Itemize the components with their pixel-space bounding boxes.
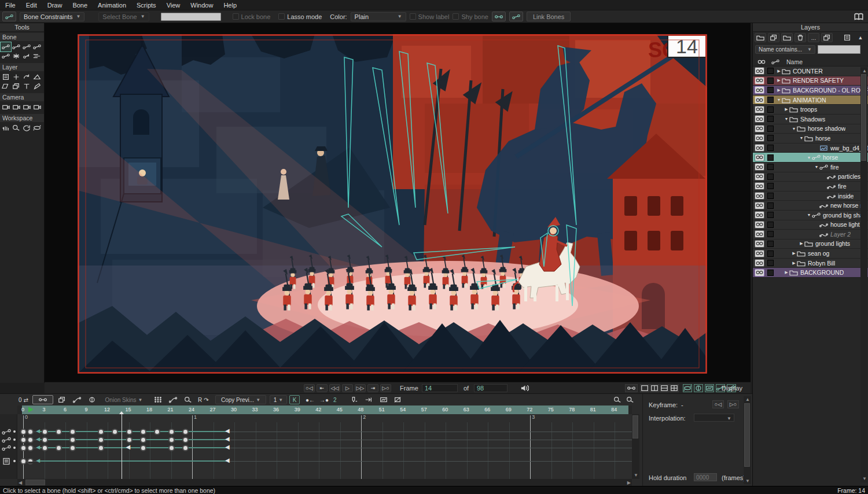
layer-row-troops[interactable]: ▶troops: [753, 105, 868, 115]
visibility-toggle[interactable]: [755, 221, 764, 228]
visibility-toggle[interactable]: [755, 211, 764, 219]
layer-row-inside[interactable]: inside: [753, 191, 868, 201]
keyframe-dot[interactable]: [69, 445, 76, 451]
playback-start-marker[interactable]: [28, 407, 34, 412]
visibility-toggle[interactable]: [755, 269, 764, 277]
key-tool-button[interactable]: [182, 395, 194, 404]
layer-checkbox[interactable]: [767, 260, 774, 266]
layer-checkbox[interactable]: [767, 126, 774, 132]
total-frames-input[interactable]: 98: [474, 384, 507, 392]
zoom-workspace-tool[interactable]: [11, 123, 21, 132]
keyframe-dot[interactable]: [27, 429, 34, 435]
link-bones-button[interactable]: Link Bones: [527, 12, 571, 21]
layer-checkbox[interactable]: [767, 231, 774, 237]
rotation-widget-toggle[interactable]: [694, 384, 703, 392]
keyframe-dot[interactable]: [98, 445, 104, 451]
add-layer-tool[interactable]: [11, 72, 21, 82]
expand-arrow[interactable]: ▶: [791, 251, 797, 256]
more-options-button[interactable]: ...: [808, 33, 819, 42]
layer-checkbox[interactable]: [767, 97, 774, 103]
span-end-arrow[interactable]: ◀: [225, 444, 230, 450]
keyframe-dot[interactable]: [42, 437, 48, 443]
layer-checkbox[interactable]: [767, 174, 774, 180]
expand-arrow[interactable]: ▶: [776, 69, 782, 73]
layer-checkbox[interactable]: [767, 87, 774, 93]
reset-frame-zero-button[interactable]: 0⇄: [16, 395, 31, 404]
timeline-motion-graph-tab[interactable]: [71, 395, 83, 404]
keyframe-dot[interactable]: [182, 437, 189, 443]
visibility-toggle[interactable]: [755, 115, 764, 123]
layer-row-fire[interactable]: ▼fire: [753, 163, 868, 172]
layer-row-animation[interactable]: ▼ANIMATION: [753, 95, 868, 105]
go-to-start-button[interactable]: ⇤: [317, 384, 328, 392]
layer-row-new-horse-sh[interactable]: new horse sh: [753, 201, 868, 211]
scroll-down-arrow[interactable]: ▼: [745, 478, 750, 484]
duplicate-layer-button[interactable]: [768, 33, 779, 42]
new-layer-button[interactable]: [755, 33, 766, 42]
display-dropdown-label[interactable]: Display: [722, 385, 742, 392]
layer-row-fire[interactable]: fire: [753, 182, 868, 191]
prev-keyframe-button[interactable]: ○◁: [304, 384, 315, 392]
bone-name-input[interactable]: [161, 13, 221, 21]
copy-previous-dropdown[interactable]: Copy Previ...▼: [215, 395, 266, 404]
manual-book-icon[interactable]: [852, 12, 866, 21]
layer-number-dropdown[interactable]: 1▼: [270, 395, 287, 404]
expand-arrow[interactable]: ▶: [784, 107, 789, 112]
hold-keyframe-dot[interactable]: [27, 458, 34, 464]
visibility-toggle[interactable]: [755, 173, 764, 180]
add-marker-button[interactable]: [347, 395, 360, 404]
pan-tilt-camera-tool[interactable]: [32, 102, 42, 112]
layer-checkbox[interactable]: [767, 193, 774, 199]
shear-layer-tool[interactable]: [32, 72, 42, 82]
keyframe-dot[interactable]: [20, 429, 27, 435]
keyframe-tracks[interactable]: 0123◀◀◀◀◀◀◀◀◀: [17, 414, 632, 479]
flip-layer-tool[interactable]: [1, 82, 11, 91]
expand-arrow[interactable]: ▼: [784, 117, 789, 121]
keyframe-dot[interactable]: [126, 437, 133, 443]
keyframe-dot[interactable]: [140, 445, 146, 451]
bind-layer-tool[interactable]: [1, 51, 11, 61]
shy-bone-checkbox[interactable]: Shy bone: [453, 13, 488, 20]
keyframe-dot[interactable]: [168, 445, 175, 451]
keyframe-dot[interactable]: [27, 445, 34, 451]
layer-row-ww-bg-d4-21-0[interactable]: ww_bg_d4_21_0: [753, 143, 868, 153]
span-end-arrow[interactable]: ◀: [225, 457, 230, 463]
visibility-toggle[interactable]: [755, 77, 764, 84]
layer-row-render-safety[interactable]: ▶RENDER SAFETY: [753, 76, 868, 86]
timeline-v-scrollbar[interactable]: ▼: [632, 414, 639, 479]
transform-bone-tool[interactable]: [11, 42, 21, 51]
pan-workspace-tool[interactable]: [1, 123, 11, 132]
layer-checkbox[interactable]: [767, 164, 774, 170]
layer-checkbox[interactable]: [767, 116, 774, 122]
roll-camera-tool[interactable]: [21, 102, 32, 112]
bone-strength-tool[interactable]: [11, 51, 21, 61]
keyframe-dot[interactable]: [69, 429, 76, 435]
menu-edit[interactable]: Edit: [21, 0, 42, 10]
visibility-toggle[interactable]: [755, 67, 764, 75]
active-tool-button[interactable]: [2, 12, 16, 21]
layer-row-house-light[interactable]: house light: [753, 220, 868, 230]
expand-arrow[interactable]: ▶: [776, 78, 782, 83]
frame-overlay-toggle[interactable]: [705, 384, 714, 392]
visibility-toggle[interactable]: [755, 192, 764, 200]
play-button[interactable]: ▷: [342, 384, 353, 392]
layer-comps-button[interactable]: [821, 33, 833, 42]
layer-checkbox[interactable]: [767, 250, 774, 257]
keyframe-dot[interactable]: [56, 429, 62, 435]
bind-points-tool[interactable]: [21, 51, 32, 61]
span-end-arrow[interactable]: ◀: [225, 427, 230, 434]
layer-row-horse[interactable]: ▼horse: [753, 134, 868, 143]
expand-arrow[interactable]: ▼: [806, 213, 812, 217]
single-view-button[interactable]: [640, 384, 649, 392]
expand-arrow[interactable]: ▼: [806, 156, 812, 160]
onion-skins-dropdown[interactable]: Onion Skins▼: [100, 395, 148, 404]
keyframe-dot[interactable]: [56, 445, 62, 451]
layer-row-ground-big-shap[interactable]: ▼ground big shap: [753, 211, 868, 220]
show-label-checkbox[interactable]: Show label: [410, 13, 450, 20]
onion-frames-grid-button[interactable]: [152, 395, 164, 404]
track-camera-tool[interactable]: [1, 102, 11, 112]
orbit-workspace-tool[interactable]: [32, 123, 42, 132]
stereo-view-button[interactable]: [625, 384, 638, 392]
name-contains-dropdown[interactable]: Name contains...▼: [755, 45, 815, 54]
go-to-end-button[interactable]: ⇥: [367, 384, 378, 392]
